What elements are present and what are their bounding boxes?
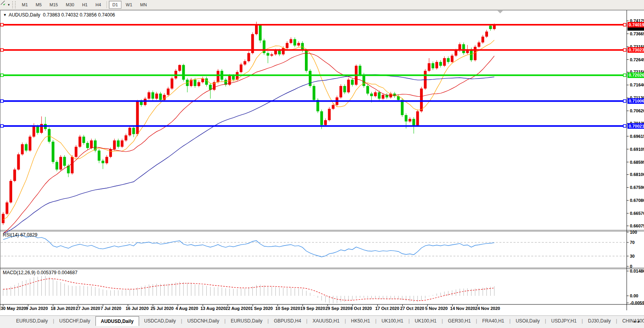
- tab-fra40-h1[interactable]: FRA40,H1: [477, 317, 509, 326]
- hline-price-tag-text: 0.73023: [629, 48, 644, 52]
- date-axis[interactable]: 30 May 20209 Jun 202018 Jun 202027 Jun 2…: [1, 304, 500, 311]
- hline-price-tag-text: 0.70021: [629, 124, 644, 128]
- candle-body: [320, 111, 323, 125]
- date-axis-label: 7 Jul 2020: [101, 306, 121, 311]
- candle-body: [489, 26, 492, 29]
- tab-uk100-h1[interactable]: UK100,H1: [410, 317, 442, 326]
- hline-handle[interactable]: [624, 49, 626, 51]
- tab-uk100-h1[interactable]: UK100,H1: [376, 317, 408, 326]
- candle-body: [351, 80, 354, 85]
- hline-handle[interactable]: [624, 24, 626, 26]
- pane-borders: [0, 10, 644, 310]
- tab-scroll-arrows: ◂▸: [633, 319, 642, 324]
- chart-title: ▼AUDUSD,Daily 0.73863 0.74032 0.73856 0.…: [3, 12, 115, 18]
- price-axis-label: 0.68595: [630, 160, 644, 165]
- candle-body: [332, 105, 334, 109]
- macd-indicator-label: MACD(12,26,9) 0.005379 0.004687: [3, 270, 77, 275]
- date-axis-label: 27 Oct 2020: [400, 306, 424, 311]
- candle-body: [328, 109, 331, 120]
- candle-body: [420, 88, 423, 111]
- macd-axis-label: -0.005938: [630, 301, 644, 305]
- tab-usdcad-daily[interactable]: USDCAD,Daily: [139, 317, 181, 326]
- tab-eurusd-daily[interactable]: EURUSD,Daily: [226, 317, 268, 326]
- chart-shift-marker-icon[interactable]: [497, 11, 503, 13]
- rsi-panel: [1, 235, 626, 257]
- tab-eurusd-daily[interactable]: EURUSD,Daily: [11, 317, 53, 326]
- rsi-axis-label: 100: [630, 230, 637, 235]
- candle-body: [194, 80, 196, 86]
- tab-usoil-daily[interactable]: USOil,Daily: [510, 317, 545, 326]
- date-axis-label: 17 Oct 2020: [375, 306, 399, 311]
- price-axis-label: 0.69105: [630, 147, 644, 152]
- price-axis-label: 0.70620: [630, 108, 644, 113]
- tab-gbpusd-h4[interactable]: GBPUSD,H4: [269, 317, 306, 326]
- candle-body: [435, 62, 438, 68]
- chart-ohlc-values: 0.73863 0.74032 0.73856 0.74006: [43, 12, 115, 18]
- candle-body: [294, 39, 296, 46]
- date-axis-label: 9 Jun 2020: [26, 306, 48, 311]
- candle-body: [217, 71, 219, 82]
- tab-usdcnh-daily[interactable]: USDCNH,Daily: [182, 317, 224, 326]
- candle-body: [48, 129, 51, 141]
- tab-usdjpy-h1[interactable]: USDJPY,H1: [546, 317, 582, 326]
- candle-body: [13, 170, 16, 181]
- rsi-indicator-label: RSI(14) 67.0829: [3, 232, 37, 238]
- hline-price-tag-text: 0.74019: [629, 22, 644, 27]
- candle-body: [443, 58, 446, 66]
- chart-symbol-period: AUDUSD,Daily: [9, 12, 40, 18]
- macd-axis-label: 0.014861: [630, 269, 644, 273]
- hline-handle[interactable]: [1, 74, 4, 77]
- candle-body: [274, 51, 277, 55]
- candle-body: [98, 150, 101, 161]
- macd-axis[interactable]: 0.0148610.00-0.005938: [627, 269, 644, 305]
- price-axis-label: 0.66570: [630, 211, 644, 216]
- hline-handle[interactable]: [624, 125, 626, 127]
- hline-handle[interactable]: [1, 24, 4, 26]
- hline-price-tag-text: 0.71006: [629, 99, 644, 103]
- tab-usdchf-daily[interactable]: USDCHF,Daily: [54, 317, 95, 326]
- hline-price-tag-text: 0.72026: [629, 73, 644, 77]
- price-axis[interactable]: 0.741750.736650.731550.726450.721500.716…: [627, 18, 644, 228]
- candle-body: [290, 39, 292, 43]
- chart-canvas[interactable]: 0.741750.736650.731550.726450.721500.716…: [0, 0, 644, 328]
- candle-body: [347, 80, 350, 92]
- rsi-axis[interactable]: 10070300: [627, 230, 637, 269]
- rsi-axis-label: 0: [630, 264, 632, 269]
- candle-body: [409, 119, 411, 121]
- tab-audusd-daily[interactable]: AUDUSD,Daily: [95, 316, 139, 326]
- tab-xauusd-h1[interactable]: XAUUSD,H1: [307, 317, 345, 326]
- candle-body: [439, 62, 442, 66]
- candle-body: [75, 147, 77, 157]
- tab-scroll-right-icon[interactable]: ▸: [638, 319, 642, 324]
- hline-handle[interactable]: [624, 100, 626, 103]
- candle-body: [90, 140, 93, 148]
- hline-handle[interactable]: [1, 49, 4, 51]
- candle-body: [313, 86, 316, 100]
- chart-collapse-icon[interactable]: ▼: [3, 13, 7, 17]
- candle-body: [485, 31, 488, 37]
- date-axis-label: 24 Nov 2020: [475, 306, 500, 311]
- candle-body: [151, 92, 154, 99]
- tab-dj30-daily[interactable]: DJ30,Daily: [583, 317, 616, 326]
- candle-body: [412, 119, 415, 125]
- candle-body: [470, 49, 473, 60]
- tab-scroll-left-icon[interactable]: ◂: [633, 319, 638, 324]
- tab-hk50-h1[interactable]: HK50,H1: [346, 317, 375, 326]
- chart-tab-bar: EURUSD,Daily|USDCHF,DailyAUDUSD,DailyUSD…: [0, 315, 644, 328]
- hline-handle[interactable]: [1, 100, 4, 103]
- candle-body: [248, 53, 250, 61]
- candle-body: [240, 64, 242, 72]
- candle-body: [6, 202, 8, 214]
- hline-handle[interactable]: [624, 74, 626, 77]
- hline-handle[interactable]: [1, 125, 4, 127]
- candle-body: [447, 58, 450, 62]
- candle-body: [324, 120, 327, 125]
- date-axis-label: 25 Jul 2020: [150, 306, 174, 311]
- candle-body: [105, 157, 108, 163]
- candle-body: [167, 88, 169, 95]
- tab-ger30-h1[interactable]: GER30,H1: [443, 317, 476, 326]
- candle-body: [244, 61, 246, 64]
- candle-body: [363, 75, 365, 86]
- mt4-terminal: { "toolbar": { "timeframes": ["M1","M5",…: [0, 0, 644, 328]
- candle-body: [101, 161, 104, 163]
